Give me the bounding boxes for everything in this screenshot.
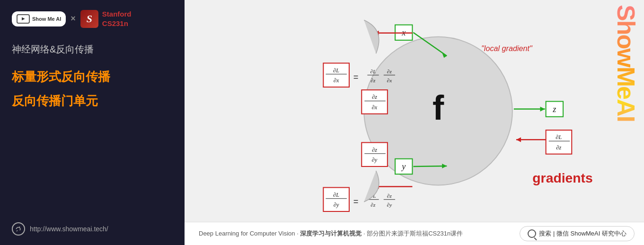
x-separator: × — [71, 14, 76, 24]
svg-text:∂y: ∂y — [372, 157, 378, 163]
svg-text:∂z: ∂z — [372, 94, 377, 100]
stanford-course: CS231n — [102, 19, 132, 28]
stanford-text: Stanford CS231n — [102, 9, 132, 28]
svg-text:∂z: ∂z — [372, 147, 377, 153]
stanford-s-icon: S — [80, 10, 98, 28]
svg-text:∂x: ∂x — [334, 77, 339, 84]
highlight-text-2: 反向传播门单元 — [12, 92, 173, 109]
stanford-logo: S Stanford CS231n — [80, 9, 132, 28]
svg-text:=: = — [353, 197, 359, 206]
right-panel: f "local gradient" x ∂L ∂x = ∂L ∂z — [185, 0, 644, 245]
svg-text:gradients: gradients — [532, 170, 592, 185]
svg-text:∂z: ∂z — [387, 69, 392, 74]
svg-text:∂L: ∂L — [333, 192, 339, 198]
link-icon — [12, 222, 25, 236]
logo-area: Show Me AI × S Stanford CS231n — [12, 9, 173, 28]
left-panel: Show Me AI × S Stanford CS231n 神经网络&反向传播… — [0, 0, 185, 245]
showmeai-text: Show Me AI — [32, 16, 61, 22]
caption-bold: 深度学习与计算机视觉 — [300, 230, 362, 237]
svg-text:f: f — [432, 88, 444, 127]
stanford-name: Stanford — [102, 9, 132, 19]
search-icon — [528, 229, 536, 238]
svg-line-27 — [413, 166, 447, 166]
highlight-text-1: 标量形式反向传播 — [12, 68, 173, 85]
svg-text:∂L: ∂L — [556, 134, 562, 140]
caption-left: Deep Learning for Computer Vision · — [199, 230, 300, 237]
caption-right: · 部分图片来源于斯坦福CS231n课件 — [362, 230, 463, 237]
bottom-bar: Deep Learning for Computer Vision · 深度学习… — [185, 222, 644, 245]
svg-text:∂z: ∂z — [387, 193, 392, 199]
svg-text:=: = — [353, 72, 359, 82]
watermark: ShowMeAI — [612, 5, 640, 198]
showmeai-logo: Show Me AI — [12, 11, 66, 26]
svg-text:∂z: ∂z — [371, 78, 376, 83]
backprop-diagram: f "local gradient" x ∂L ∂x = ∂L ∂z — [185, 0, 644, 222]
svg-text:∂x: ∂x — [387, 78, 392, 83]
svg-text:"local gradient": "local gradient" — [481, 44, 533, 52]
svg-text:y: y — [401, 162, 406, 171]
svg-text:z: z — [552, 105, 556, 114]
search-text: 搜索 | 微信 ShowMeAI 研究中心 — [539, 229, 626, 238]
svg-text:∂z: ∂z — [556, 144, 562, 151]
svg-text:∂y: ∂y — [334, 201, 339, 208]
diagram-area: f "local gradient" x ∂L ∂x = ∂L ∂z — [185, 0, 644, 222]
bottom-caption: Deep Learning for Computer Vision · 深度学习… — [199, 229, 463, 238]
showmeai-icon — [17, 14, 30, 24]
website-url: http://www.showmeai.tech/ — [30, 225, 108, 233]
svg-text:∂z: ∂z — [371, 202, 376, 208]
svg-text:∂y: ∂y — [387, 202, 392, 208]
subtitle-text: 神经网络&反向传播 — [12, 42, 173, 56]
search-box[interactable]: 搜索 | 微信 ShowMeAI 研究中心 — [520, 226, 635, 241]
website-link[interactable]: http://www.showmeai.tech/ — [12, 222, 173, 236]
svg-text:∂L: ∂L — [371, 69, 376, 74]
svg-text:∂L: ∂L — [333, 67, 339, 74]
svg-text:∂x: ∂x — [372, 104, 378, 111]
